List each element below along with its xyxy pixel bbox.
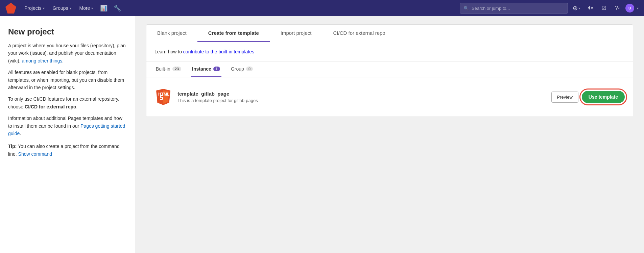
sidebar-desc4: Information about additional Pages templ… xyxy=(8,115,127,137)
sidebar: New project A project is where you house… xyxy=(0,16,135,253)
main-content: Blank project Create from template Impor… xyxy=(135,16,644,253)
preview-button[interactable]: Preview xyxy=(551,92,578,103)
template-description: This is a template project for gitlab-pa… xyxy=(177,98,546,103)
sub-tab-group[interactable]: Group 0 xyxy=(230,61,254,77)
nav-more-chevron: ▾ xyxy=(91,6,93,10)
template-list: 5 HTML template_gitlab_page This is a te… xyxy=(146,77,633,117)
plus-chevron: ▾ xyxy=(578,6,580,10)
info-banner: Learn how to contribute to the built-in … xyxy=(146,42,633,61)
page-title: New project xyxy=(8,27,127,36)
page-container: New project A project is where you house… xyxy=(0,16,644,253)
show-command-link[interactable]: Show command xyxy=(18,151,52,157)
search-bar[interactable]: 🔍 xyxy=(460,3,568,14)
sidebar-tip: Tip: You can also create a project from … xyxy=(8,143,127,158)
nav-help-icon[interactable]: ? ▾ xyxy=(612,3,623,14)
contribute-link[interactable]: contribute to the built-in templates xyxy=(183,49,254,54)
among-other-things-link[interactable]: among other things xyxy=(22,58,62,64)
gitlab-logo[interactable] xyxy=(5,3,16,14)
search-icon: 🔍 xyxy=(463,6,469,11)
table-row: 5 HTML template_gitlab_page This is a te… xyxy=(154,83,625,111)
help-chevron: ▾ xyxy=(618,6,620,10)
search-input[interactable] xyxy=(472,6,564,11)
nav-projects[interactable]: Projects ▾ xyxy=(22,4,47,12)
nav-groups[interactable]: Groups ▾ xyxy=(50,4,74,12)
nav-plus-button[interactable]: ⊕ ▾ xyxy=(571,3,582,13)
nav-projects-label: Projects xyxy=(24,5,42,11)
svg-text:HTML: HTML xyxy=(158,92,169,97)
nav-groups-label: Groups xyxy=(53,5,68,11)
content-box: Learn how to contribute to the built-in … xyxy=(146,42,633,117)
avatar[interactable]: U xyxy=(625,4,634,12)
sidebar-desc1: A project is where you house your files … xyxy=(8,42,127,65)
sub-tab-instance[interactable]: Instance 1 xyxy=(191,61,221,77)
template-name: template_gitlab_page xyxy=(177,91,546,97)
sub-tab-bar: Built-in 23 Instance 1 Group 0 xyxy=(146,61,633,77)
nav-wrench-icon[interactable]: 🔧 xyxy=(112,3,123,14)
navbar: Projects ▾ Groups ▾ More ▾ 📊 🔧 🔍 ⊕ ▾ ☑ ?… xyxy=(0,0,644,16)
built-in-count: 23 xyxy=(172,67,181,71)
nav-more-label: More xyxy=(79,5,90,11)
sidebar-desc3: To only use CI/CD features for an extern… xyxy=(8,95,127,110)
template-info: template_gitlab_page This is a template … xyxy=(177,91,546,103)
use-template-button[interactable]: Use template xyxy=(582,91,625,103)
tab-import-project[interactable]: Import project xyxy=(270,25,323,42)
nav-projects-chevron: ▾ xyxy=(43,6,45,10)
sidebar-desc2: All features are enabled for blank proje… xyxy=(8,69,127,91)
instance-count: 1 xyxy=(213,67,220,71)
svg-point-0 xyxy=(591,7,593,8)
tab-create-from-template[interactable]: Create from template xyxy=(197,25,270,42)
tab-blank[interactable]: Blank project xyxy=(146,25,197,42)
template-actions: Preview Use template xyxy=(551,91,625,103)
nav-stats-icon[interactable]: 📊 xyxy=(98,3,109,14)
nav-groups-chevron: ▾ xyxy=(70,6,71,10)
main-tab-bar: Blank project Create from template Impor… xyxy=(146,24,633,42)
avatar-chevron: ▾ xyxy=(637,6,639,10)
group-count: 0 xyxy=(246,67,253,71)
nav-merge-requests-icon[interactable] xyxy=(585,3,596,14)
template-icon: 5 HTML xyxy=(154,88,172,106)
sub-tab-built-in[interactable]: Built-in 23 xyxy=(154,61,183,77)
plus-icon: ⊕ xyxy=(573,4,578,12)
nav-more[interactable]: More ▾ xyxy=(77,4,96,12)
tab-cicd-external[interactable]: CI/CD for external repo xyxy=(322,25,396,42)
nav-todo-icon[interactable]: ☑ xyxy=(598,3,609,14)
